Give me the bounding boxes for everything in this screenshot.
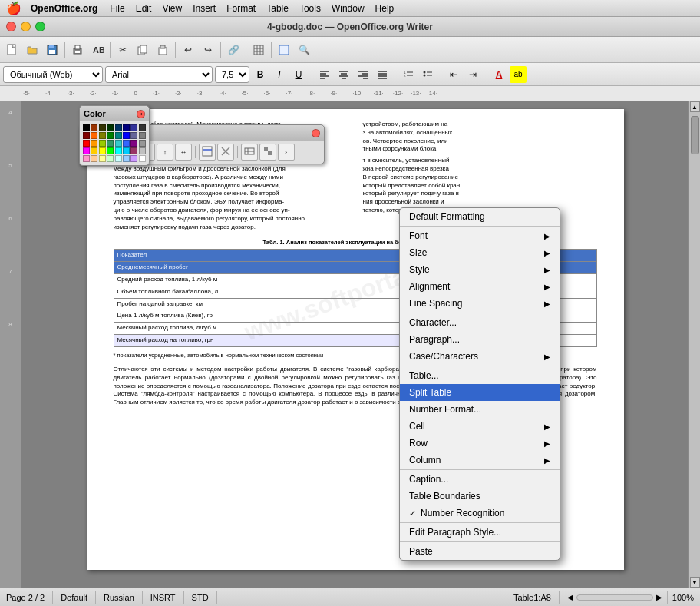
menu-item-font[interactable]: Font ▶ bbox=[400, 227, 560, 244]
color-cell[interactable] bbox=[139, 132, 146, 139]
color-cell[interactable] bbox=[139, 155, 146, 162]
font-select[interactable]: Arial bbox=[105, 66, 213, 83]
menu-item-paste[interactable]: Paste bbox=[400, 543, 560, 560]
table-toolbar-close[interactable] bbox=[312, 129, 320, 137]
tbl-btn-6[interactable]: ↔ bbox=[175, 144, 192, 161]
menu-item-number-format[interactable]: Number Format... bbox=[400, 401, 560, 418]
color-cell[interactable] bbox=[115, 132, 122, 139]
color-cell[interactable] bbox=[83, 140, 90, 147]
menu-file[interactable]: File bbox=[110, 3, 124, 14]
indent-button[interactable]: ⇥ bbox=[464, 66, 481, 83]
document-area[interactable]: системой лямбда-контроля". Механические … bbox=[21, 101, 688, 588]
menu-item-paragraph[interactable]: Paragraph... bbox=[400, 331, 560, 348]
bold-button[interactable]: B bbox=[252, 66, 269, 83]
menu-item-table-boundaries[interactable]: Table Boundaries bbox=[400, 488, 560, 505]
apple-menu[interactable]: 🍎 bbox=[6, 1, 21, 15]
color-cell[interactable] bbox=[123, 147, 130, 154]
align-center-button[interactable] bbox=[335, 66, 352, 83]
font-size-select[interactable]: 7,5 bbox=[215, 66, 249, 83]
undo-button[interactable]: ↩ bbox=[179, 41, 197, 59]
menu-item-size[interactable]: Size ▶ bbox=[400, 244, 560, 261]
color-cell[interactable] bbox=[130, 147, 137, 154]
color-cell[interactable] bbox=[115, 147, 122, 154]
hyperlink-button[interactable]: 🔗 bbox=[224, 41, 243, 59]
menu-item-default-formatting[interactable]: Default Formatting bbox=[400, 208, 560, 225]
color-cell[interactable] bbox=[91, 132, 97, 139]
color-cell[interactable] bbox=[91, 147, 97, 154]
color-cell[interactable] bbox=[83, 147, 90, 154]
spell-check-button[interactable]: ABC bbox=[88, 41, 107, 59]
menu-item-cell[interactable]: Cell ▶ bbox=[400, 418, 560, 435]
menu-item-edit-paragraph-style[interactable]: Edit Paragraph Style... bbox=[400, 524, 560, 541]
color-cell[interactable] bbox=[107, 124, 114, 131]
vertical-scrollbar[interactable]: ▲ ▼ bbox=[688, 101, 700, 588]
menu-item-column[interactable]: Column ▶ bbox=[400, 452, 560, 469]
menu-item-alignment[interactable]: Alignment ▶ bbox=[400, 278, 560, 295]
color-cell[interactable] bbox=[115, 155, 122, 162]
color-cell[interactable] bbox=[123, 132, 130, 139]
menu-window[interactable]: Window bbox=[332, 3, 365, 14]
highlight-button[interactable]: ab bbox=[510, 66, 527, 83]
color-cell[interactable] bbox=[123, 124, 130, 131]
menu-edit[interactable]: Edit bbox=[136, 3, 152, 14]
color-cell[interactable] bbox=[91, 140, 97, 147]
outdent-button[interactable]: ⇤ bbox=[445, 66, 462, 83]
find-button[interactable]: 🔍 bbox=[295, 41, 313, 59]
font-color-button[interactable]: A bbox=[490, 66, 507, 83]
menu-item-caption[interactable]: Caption... bbox=[400, 471, 560, 488]
copy-button[interactable] bbox=[134, 41, 152, 59]
scroll-up-button[interactable]: ▲ bbox=[690, 101, 700, 112]
color-cell[interactable] bbox=[107, 140, 114, 147]
bullets-button[interactable] bbox=[419, 66, 436, 83]
tbl-btn-7[interactable] bbox=[199, 144, 216, 161]
color-cell[interactable] bbox=[91, 155, 97, 162]
scroll-thumb[interactable] bbox=[691, 116, 699, 154]
color-cell[interactable] bbox=[99, 140, 106, 147]
new-button[interactable] bbox=[3, 41, 21, 59]
color-cell[interactable] bbox=[130, 155, 137, 162]
menu-item-table[interactable]: Table... bbox=[400, 367, 560, 384]
color-cell[interactable] bbox=[99, 124, 106, 131]
app-name[interactable]: OpenOffice.org bbox=[31, 3, 97, 14]
menu-item-style[interactable]: Style ▶ bbox=[400, 261, 560, 278]
color-cell[interactable] bbox=[99, 155, 106, 162]
color-cell[interactable] bbox=[130, 124, 137, 131]
menu-item-line-spacing[interactable]: Line Spacing ▶ bbox=[400, 295, 560, 312]
color-cell[interactable] bbox=[99, 147, 106, 154]
color-cell[interactable] bbox=[83, 132, 90, 139]
scroll-down-button[interactable]: ▼ bbox=[690, 577, 700, 588]
menu-insert[interactable]: Insert bbox=[193, 3, 216, 14]
color-panel-header[interactable]: Color × bbox=[80, 106, 149, 121]
color-cell[interactable] bbox=[91, 124, 97, 131]
menu-tools[interactable]: Tools bbox=[299, 3, 321, 14]
color-cell[interactable] bbox=[115, 140, 122, 147]
menu-item-case-chars[interactable]: Case/Characters ▶ bbox=[400, 348, 560, 365]
menu-item-split-table[interactable]: Split Table bbox=[400, 384, 560, 401]
save-button[interactable] bbox=[43, 41, 61, 59]
color-panel-close[interactable]: × bbox=[137, 110, 145, 118]
color-cell[interactable] bbox=[107, 147, 114, 154]
menu-item-character[interactable]: Character... bbox=[400, 314, 560, 331]
menu-format[interactable]: Format bbox=[226, 3, 256, 14]
menu-help[interactable]: Help bbox=[375, 3, 395, 14]
scroll-left-icon[interactable]: ◀ bbox=[567, 593, 573, 601]
color-cell[interactable] bbox=[83, 155, 90, 162]
tbl-btn-10[interactable] bbox=[259, 144, 276, 161]
color-cell[interactable] bbox=[139, 147, 146, 154]
color-cell[interactable] bbox=[107, 155, 114, 162]
redo-button[interactable]: ↪ bbox=[199, 41, 217, 59]
menu-view[interactable]: View bbox=[162, 3, 182, 14]
minimize-button[interactable] bbox=[21, 22, 31, 31]
color-cell[interactable] bbox=[139, 124, 146, 131]
color-cell[interactable] bbox=[99, 132, 106, 139]
maximize-button[interactable] bbox=[35, 22, 45, 31]
color-cell[interactable] bbox=[83, 124, 90, 131]
color-cell[interactable] bbox=[107, 132, 114, 139]
styles-button[interactable] bbox=[275, 41, 293, 59]
justify-button[interactable] bbox=[374, 66, 391, 83]
close-button[interactable] bbox=[6, 22, 16, 31]
menu-item-number-recognition[interactable]: ✓ Number Recognition bbox=[400, 505, 560, 522]
open-button[interactable] bbox=[23, 41, 41, 59]
underline-button[interactable]: U bbox=[290, 66, 307, 83]
scroll-track[interactable] bbox=[691, 112, 699, 577]
